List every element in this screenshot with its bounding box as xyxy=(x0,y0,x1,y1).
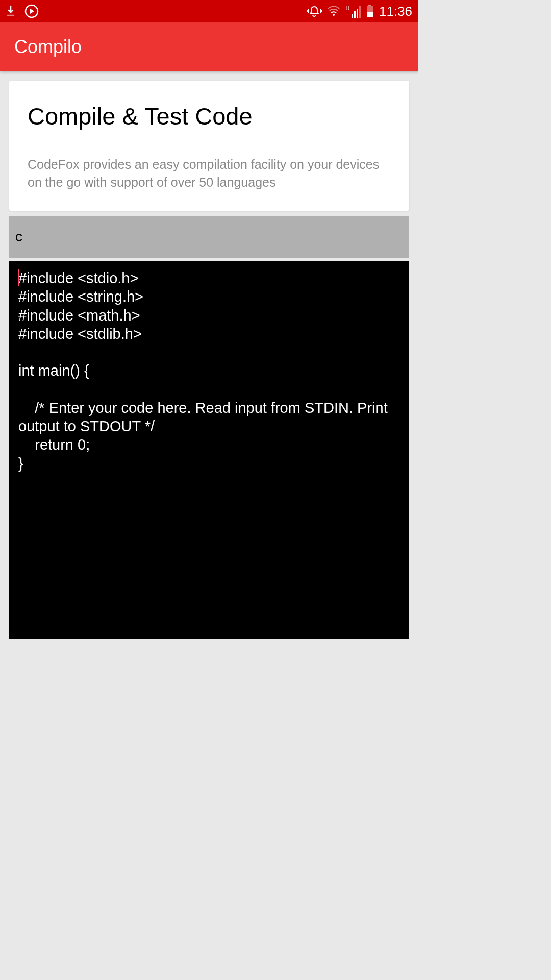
code-content: #include <stdio.h> #include <string.h> #… xyxy=(18,269,400,473)
status-right: R 11:36 xyxy=(307,4,412,19)
card-description: CodeFox provides an easy compilation fac… xyxy=(28,156,391,191)
main-content: Compile & Test Code CodeFox provides an … xyxy=(0,71,418,648)
signal-icon: R xyxy=(345,5,361,18)
svg-point-1 xyxy=(333,14,335,16)
signal-label: R xyxy=(345,5,350,12)
svg-rect-2 xyxy=(368,5,371,6)
code-editor[interactable]: #include <stdio.h> #include <string.h> #… xyxy=(9,261,409,639)
status-left xyxy=(6,4,39,18)
info-card: Compile & Test Code CodeFox provides an … xyxy=(9,81,409,211)
language-selector[interactable]: c xyxy=(9,216,409,258)
app-header: Compilo xyxy=(0,22,418,71)
download-icon xyxy=(6,5,15,17)
status-bar: R 11:36 xyxy=(0,0,418,22)
card-title: Compile & Test Code xyxy=(28,102,391,130)
status-time: 11:36 xyxy=(379,4,412,19)
play-circle-icon xyxy=(24,4,39,18)
text-cursor xyxy=(18,269,19,286)
svg-rect-4 xyxy=(367,12,373,17)
battery-icon xyxy=(366,5,374,18)
alarm-vibrate-icon xyxy=(307,5,322,18)
language-selected: c xyxy=(15,229,22,245)
wifi-icon xyxy=(327,6,340,17)
app-title: Compilo xyxy=(14,36,82,58)
